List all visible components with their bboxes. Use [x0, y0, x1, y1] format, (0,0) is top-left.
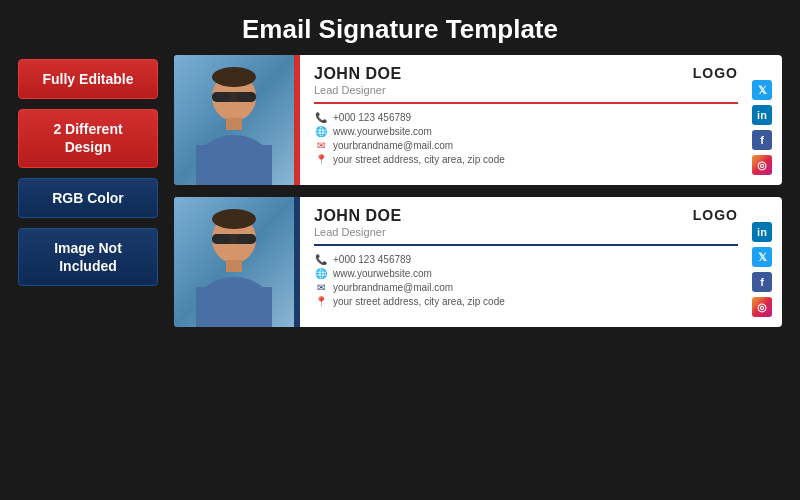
sig-name-block-2: JOHN DOE Lead Designer [314, 207, 402, 238]
sig-photo-2 [174, 197, 294, 327]
svg-rect-13 [237, 234, 256, 244]
phone-text-2: +000 123 456789 [333, 254, 411, 265]
sig-email-1: ✉ yourbrandname@mail.com [314, 140, 738, 151]
sig-title-2: Lead Designer [314, 226, 402, 238]
email-text-2: yourbrandname@mail.com [333, 282, 453, 293]
svg-rect-6 [226, 118, 242, 130]
instagram-icon-2: ◎ [752, 297, 772, 317]
main-content: Fully Editable 2 Different Design RGB Co… [0, 55, 800, 500]
sig-address-2: 📍 your street address, city area, zip co… [314, 296, 738, 307]
sig-divider-2 [314, 244, 738, 246]
facebook-icon-1: f [752, 130, 772, 150]
website-text-1: www.yourwebsite.com [333, 126, 432, 137]
email-text-1: yourbrandname@mail.com [333, 140, 453, 151]
website-text-2: www.yourwebsite.com [333, 268, 432, 279]
svg-rect-3 [212, 92, 231, 102]
badge-fully-editable: Fully Editable [18, 59, 158, 99]
address-icon-2: 📍 [314, 296, 328, 307]
sig-logo-1: LOGO [693, 65, 738, 81]
signature-cards: JOHN DOE Lead Designer LOGO 📞 +000 123 4… [174, 55, 782, 500]
sig-title-1: Lead Designer [314, 84, 402, 96]
sig-logo-2: LOGO [693, 207, 738, 223]
svg-rect-15 [226, 260, 242, 272]
svg-point-5 [212, 67, 256, 87]
sig-contacts-2: 📞 +000 123 456789 🌐 www.yourwebsite.com … [314, 254, 738, 307]
signature-card-2: JOHN DOE Lead Designer LOGO 📞 +000 123 4… [174, 197, 782, 327]
sig-address-1: 📍 your street address, city area, zip co… [314, 154, 738, 165]
badge-different-design: 2 Different Design [18, 109, 158, 167]
facebook-icon-2: f [752, 272, 772, 292]
sig-website-2: 🌐 www.yourwebsite.com [314, 268, 738, 279]
sig-info-1: JOHN DOE Lead Designer LOGO 📞 +000 123 4… [300, 55, 752, 185]
sig-email-2: ✉ yourbrandname@mail.com [314, 282, 738, 293]
phone-text-1: +000 123 456789 [333, 112, 411, 123]
svg-rect-12 [212, 234, 231, 244]
sig-socials-1: 𝕏 in f ◎ [752, 55, 782, 185]
instagram-icon-1: ◎ [752, 155, 772, 175]
svg-rect-8 [196, 145, 272, 185]
twitter-icon-2: 𝕏 [752, 247, 772, 267]
sig-website-1: 🌐 www.yourwebsite.com [314, 126, 738, 137]
email-icon-1: ✉ [314, 140, 328, 151]
sig-name-block-1: JOHN DOE Lead Designer [314, 65, 402, 96]
website-icon-2: 🌐 [314, 268, 328, 279]
page-title: Email Signature Template [0, 0, 800, 55]
address-text-2: your street address, city area, zip code [333, 296, 505, 307]
linkedin-icon-1: in [752, 105, 772, 125]
sig-name-2: JOHN DOE [314, 207, 402, 225]
sig-divider-1 [314, 102, 738, 104]
sig-socials-2: in 𝕏 f ◎ [752, 197, 782, 327]
sig-header-2: JOHN DOE Lead Designer LOGO [314, 207, 738, 238]
sig-photo-1 [174, 55, 294, 185]
sig-phone-1: 📞 +000 123 456789 [314, 112, 738, 123]
svg-rect-4 [237, 92, 256, 102]
sig-right-2: JOHN DOE Lead Designer LOGO 📞 +000 123 4… [300, 197, 782, 327]
badge-rgb-color: RGB Color [18, 178, 158, 218]
left-badges: Fully Editable 2 Different Design RGB Co… [18, 55, 158, 500]
sig-name-1: JOHN DOE [314, 65, 402, 83]
twitter-icon-1: 𝕏 [752, 80, 772, 100]
signature-card-1: JOHN DOE Lead Designer LOGO 📞 +000 123 4… [174, 55, 782, 185]
phone-icon-2: 📞 [314, 254, 328, 265]
sig-phone-2: 📞 +000 123 456789 [314, 254, 738, 265]
sig-contacts-1: 📞 +000 123 456789 🌐 www.yourwebsite.com … [314, 112, 738, 165]
address-icon-1: 📍 [314, 154, 328, 165]
linkedin-icon-2: in [752, 222, 772, 242]
sig-right-1: JOHN DOE Lead Designer LOGO 📞 +000 123 4… [300, 55, 782, 185]
badge-image-not-included: Image Not Included [18, 228, 158, 286]
sig-header-1: JOHN DOE Lead Designer LOGO [314, 65, 738, 96]
svg-rect-17 [196, 287, 272, 327]
phone-icon-1: 📞 [314, 112, 328, 123]
email-icon-2: ✉ [314, 282, 328, 293]
svg-point-14 [212, 209, 256, 229]
website-icon-1: 🌐 [314, 126, 328, 137]
sig-info-2: JOHN DOE Lead Designer LOGO 📞 +000 123 4… [300, 197, 752, 327]
address-text-1: your street address, city area, zip code [333, 154, 505, 165]
